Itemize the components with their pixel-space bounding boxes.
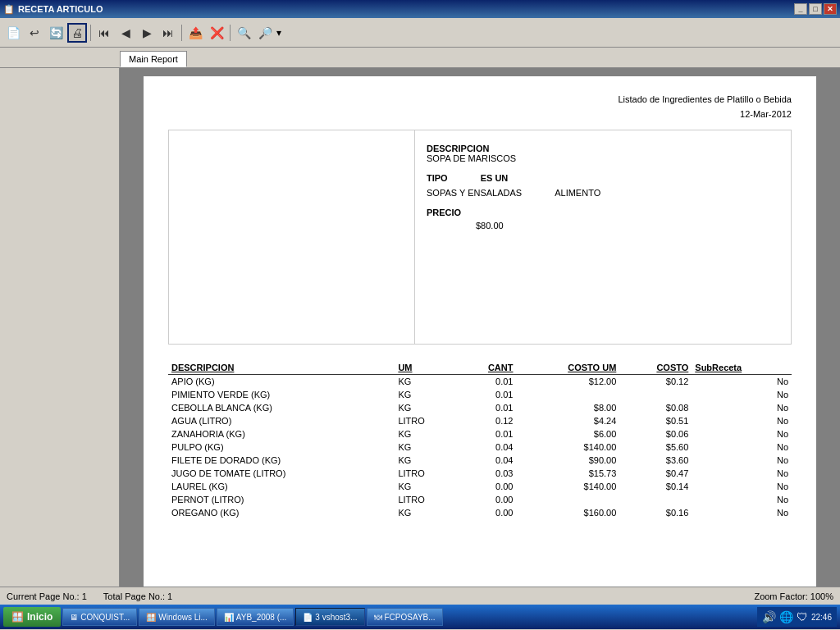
tray-icon-2: 🌐: [779, 610, 793, 623]
print-button[interactable]: 🖨: [67, 23, 87, 43]
close-button[interactable]: ✕: [824, 3, 837, 15]
taskbar-item-0[interactable]: 🖥 CONQUIST...: [62, 608, 137, 626]
col-header-um: UM: [395, 361, 457, 375]
tray-clock: 22:46: [811, 613, 832, 622]
zoom-dropdown[interactable]: ▾: [276, 27, 290, 39]
table-cell-9-4: [619, 493, 692, 506]
table-cell-2-2: 0.01: [457, 401, 516, 414]
table-cell-3-4: $0.51: [619, 414, 692, 427]
start-button[interactable]: 🪟 Inicio: [3, 607, 61, 627]
taskbar-label-0: CONQUIST...: [80, 613, 130, 622]
table-cell-9-3: [516, 493, 619, 506]
separator-1: [90, 25, 91, 41]
taskbar-label-4: FCPOSAYB...: [385, 613, 436, 622]
taskbar-item-2[interactable]: 📊 AYB_2008 (...: [217, 608, 294, 626]
table-cell-5-1: KG: [395, 441, 457, 454]
report-area[interactable]: Listado de Ingredientes de Platillo o Be…: [120, 68, 840, 587]
table-cell-5-5: No: [692, 441, 792, 454]
table-row: CEBOLLA BLANCA (KG)KG0.01$8.00$0.08No: [168, 401, 792, 414]
tipo-row: TIPO ES UN: [427, 168, 779, 183]
table-row: PERNOT (LITRO)LITRO0.00No: [168, 493, 792, 506]
table-cell-3-3: $4.24: [516, 414, 619, 427]
col-header-costo-um: COSTO UM: [516, 361, 619, 375]
table-row: LAUREL (KG)KG0.00$140.00$0.14No: [168, 480, 792, 493]
report-header: Listado de Ingredientes de Platillo o Be…: [168, 93, 792, 121]
table-cell-10-0: OREGANO (KG): [168, 506, 395, 519]
tab-area: Main Report: [0, 48, 840, 68]
table-cell-8-5: No: [692, 480, 792, 493]
first-page-button[interactable]: ⏮: [94, 23, 114, 43]
tipo-values-row: SOPAS Y ENSALADAS ALIMENTO: [427, 188, 779, 198]
report-details-box: DESCRIPCION SOPA DE MARISCOS TIPO ES UN: [415, 130, 791, 344]
left-panel: [0, 68, 120, 587]
new-button[interactable]: 📄: [3, 23, 23, 43]
zoom-button[interactable]: 🔎: [255, 23, 275, 43]
total-page-label: Total Page No.: 1: [103, 591, 172, 601]
table-cell-8-1: KG: [395, 480, 457, 493]
report-info-section: DESCRIPCION SOPA DE MARISCOS TIPO ES UN: [168, 130, 792, 345]
tab-main-report[interactable]: Main Report: [120, 51, 187, 67]
current-page-section: Current Page No.: 1: [7, 591, 87, 601]
es-un-col: ES UN: [481, 168, 509, 183]
table-cell-9-2: 0.00: [457, 493, 516, 506]
table-row: AGUA (LITRO)LITRO0.12$4.24$0.51No: [168, 414, 792, 427]
report-date: 12-Mar-2012: [168, 107, 792, 122]
taskbar-item-3[interactable]: 📄 3 vshost3...: [295, 608, 364, 626]
next-page-button[interactable]: ▶: [137, 23, 157, 43]
table-cell-6-3: $90.00: [516, 454, 619, 467]
refresh-button[interactable]: 🔄: [46, 23, 66, 43]
table-cell-0-3: $12.00: [516, 375, 619, 389]
tray-icon-3: 🛡: [797, 610, 808, 623]
table-cell-9-0: PERNOT (LITRO): [168, 493, 395, 506]
col-header-subreceta: SubReceta: [692, 361, 792, 375]
taskbar-item-1[interactable]: 🪟 Windows Li...: [139, 608, 214, 626]
table-cell-6-1: KG: [395, 454, 457, 467]
current-page-label: Current Page No.: 1: [7, 591, 87, 601]
main-content: Listado de Ingredientes de Platillo o Be…: [0, 68, 840, 587]
table-cell-4-3: $6.00: [516, 427, 619, 441]
separator-3: [230, 25, 231, 41]
maximize-button[interactable]: □: [809, 3, 822, 15]
app-icon: 📋: [3, 4, 15, 15]
table-cell-4-0: ZANAHORIA (KG): [168, 427, 395, 441]
taskbar-label-3: 3 vshost3...: [315, 613, 357, 622]
taskbar-item-4[interactable]: 🍽 FCPOSAYB...: [367, 608, 443, 626]
table-cell-4-1: KG: [395, 427, 457, 441]
export-button[interactable]: 📤: [185, 23, 205, 43]
table-cell-9-1: LITRO: [395, 493, 457, 506]
table-cell-1-3: [516, 388, 619, 401]
report-scroll: Listado de Ingredientes de Platillo o Be…: [120, 68, 840, 587]
table-cell-10-1: KG: [395, 506, 457, 519]
last-page-button[interactable]: ⏭: [158, 23, 178, 43]
table-cell-2-1: KG: [395, 401, 457, 414]
table-cell-5-2: 0.04: [457, 441, 516, 454]
es-un-label: ES UN: [481, 173, 509, 183]
back-button[interactable]: ↩: [25, 23, 44, 43]
total-page-section: Total Page No.: 1: [103, 591, 172, 601]
table-cell-10-3: $160.00: [516, 506, 619, 519]
table-cell-7-5: No: [692, 467, 792, 480]
table-cell-6-5: No: [692, 454, 792, 467]
window-title: RECETA ARTICULO: [18, 4, 103, 14]
minimize-button[interactable]: _: [794, 3, 807, 15]
table-cell-10-4: $0.16: [619, 506, 692, 519]
table-cell-8-4: $0.14: [619, 480, 692, 493]
table-cell-2-3: $8.00: [516, 401, 619, 414]
search-button[interactable]: 🔍: [234, 23, 253, 43]
precio-label: PRECIO: [427, 208, 779, 217]
start-icon: 🪟: [11, 611, 24, 623]
prev-page-button[interactable]: ◀: [116, 23, 135, 43]
cancel-button[interactable]: ❌: [207, 23, 226, 43]
table-cell-3-0: AGUA (LITRO): [168, 414, 395, 427]
col-header-cant: CANT: [457, 361, 516, 375]
title-bar-controls[interactable]: _ □ ✕: [794, 3, 837, 15]
title-bar: 📋 RECETA ARTICULO _ □ ✕: [0, 0, 840, 18]
taskbar-icon-0: 🖥: [70, 613, 78, 622]
table-cell-1-5: No: [692, 388, 792, 401]
separator-2: [181, 25, 182, 41]
toolbar: 📄 ↩ 🔄 🖨 ⏮ ◀ ▶ ⏭ 📤 ❌ 🔍 🔎 ▾: [0, 18, 840, 48]
table-cell-0-4: $0.12: [619, 375, 692, 389]
table-cell-3-1: LITRO: [395, 414, 457, 427]
tipo-label: TIPO: [427, 173, 448, 183]
taskbar-icon-1: 🪟: [146, 613, 156, 622]
